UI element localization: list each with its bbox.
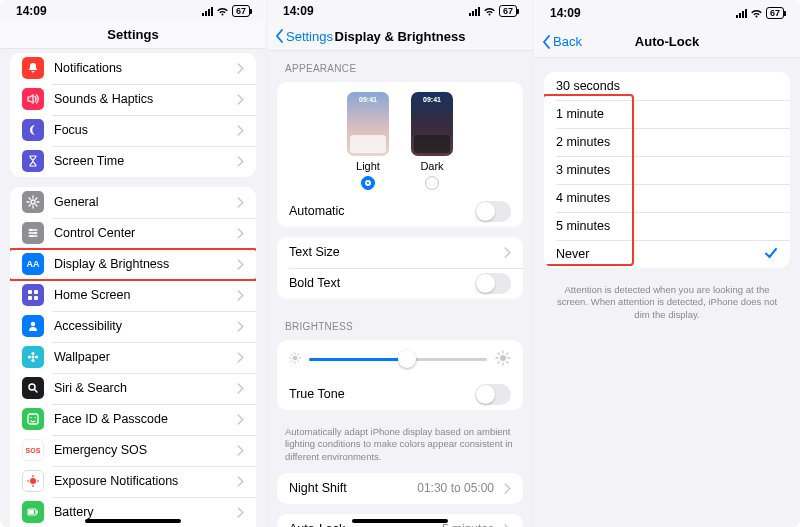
chevron-right-icon bbox=[237, 197, 244, 208]
light-radio[interactable] bbox=[361, 176, 375, 190]
battery-icon: 67 bbox=[499, 5, 517, 17]
chevron-right-icon bbox=[237, 445, 244, 456]
status-bar: 14:09 67 bbox=[0, 0, 266, 22]
chevron-right-icon bbox=[237, 94, 244, 105]
bold-toggle[interactable] bbox=[475, 273, 511, 294]
settings-row-general[interactable]: General bbox=[10, 187, 256, 218]
chevron-right-icon bbox=[237, 290, 244, 301]
night-shift-row[interactable]: Night Shift 01:30 to 05:00 bbox=[277, 473, 523, 504]
row-label: Wallpaper bbox=[54, 350, 227, 364]
chevron-left-icon bbox=[542, 35, 551, 49]
chevron-right-icon bbox=[237, 156, 244, 167]
nav-bar: Settings Display & Brightness bbox=[267, 23, 533, 51]
settings-screen: 14:09 67 Settings NotificationsSounds & … bbox=[0, 0, 266, 527]
option-label: 4 minutes bbox=[556, 191, 778, 205]
sliders-icon bbox=[22, 222, 44, 244]
autolock-option-30-seconds[interactable]: 30 seconds bbox=[544, 72, 790, 100]
brightness-slider-row[interactable] bbox=[277, 340, 523, 379]
true-tone-row[interactable]: True Tone bbox=[277, 379, 523, 410]
moon-icon bbox=[22, 119, 44, 141]
dark-radio[interactable] bbox=[425, 176, 439, 190]
automatic-row[interactable]: Automatic bbox=[277, 196, 523, 227]
cellular-icon bbox=[469, 6, 480, 16]
person-icon bbox=[22, 315, 44, 337]
truetone-toggle[interactable] bbox=[475, 384, 511, 405]
back-button[interactable]: Back bbox=[542, 34, 582, 49]
chevron-right-icon bbox=[237, 352, 244, 363]
page-title: Settings bbox=[0, 27, 266, 42]
row-label: Control Center bbox=[54, 226, 227, 240]
settings-row-control-center[interactable]: Control Center bbox=[10, 218, 256, 249]
settings-row-focus[interactable]: Focus bbox=[10, 115, 256, 146]
settings-row-wallpaper[interactable]: Wallpaper bbox=[10, 342, 256, 373]
wifi-icon bbox=[750, 8, 763, 18]
settings-row-screen-time[interactable]: Screen Time bbox=[10, 146, 256, 177]
chevron-right-icon bbox=[237, 383, 244, 394]
settings-group-2: GeneralControl CenterAADisplay & Brightn… bbox=[10, 187, 256, 527]
row-label: Home Screen bbox=[54, 288, 227, 302]
nav-bar: Back Auto-Lock bbox=[534, 26, 800, 58]
chevron-right-icon bbox=[504, 247, 511, 258]
row-label: Exposure Notifications bbox=[54, 474, 227, 488]
status-bar: 14:09 67 bbox=[534, 0, 800, 26]
text-group: Text Size Bold Text bbox=[277, 237, 523, 299]
settings-row-home-screen[interactable]: Home Screen bbox=[10, 280, 256, 311]
aa-icon: AA bbox=[22, 253, 44, 275]
autolock-option-5-minutes[interactable]: 5 minutes bbox=[544, 212, 790, 240]
option-label: Never bbox=[556, 247, 754, 261]
text-size-row[interactable]: Text Size bbox=[277, 237, 523, 268]
settings-row-notifications[interactable]: Notifications bbox=[10, 53, 256, 84]
row-label: Emergency SOS bbox=[54, 443, 227, 457]
appearance-dark[interactable]: 09:41 Dark bbox=[411, 92, 453, 190]
settings-row-emergency-sos[interactable]: SOSEmergency SOS bbox=[10, 435, 256, 466]
dark-label: Dark bbox=[420, 160, 443, 172]
nav-bar: Settings bbox=[0, 22, 266, 49]
settings-row-face-id-passcode[interactable]: Face ID & Passcode bbox=[10, 404, 256, 435]
gear-icon bbox=[22, 191, 44, 213]
status-time: 14:09 bbox=[550, 6, 581, 20]
autolock-option-2-minutes[interactable]: 2 minutes bbox=[544, 128, 790, 156]
settings-row-exposure-notifications[interactable]: Exposure Notifications bbox=[10, 466, 256, 497]
auto-lock-footer: Attention is detected when you are looki… bbox=[534, 278, 800, 321]
wifi-icon bbox=[483, 6, 496, 16]
sun-big-icon bbox=[495, 350, 511, 369]
chevron-right-icon bbox=[504, 483, 511, 494]
battery-icon: 67 bbox=[232, 5, 250, 17]
option-label: 2 minutes bbox=[556, 135, 778, 149]
settings-row-sounds-haptics[interactable]: Sounds & Haptics bbox=[10, 84, 256, 115]
row-label: Siri & Search bbox=[54, 381, 227, 395]
row-label: Screen Time bbox=[54, 154, 227, 168]
back-label: Settings bbox=[286, 29, 333, 44]
chevron-right-icon bbox=[237, 414, 244, 425]
check-icon bbox=[764, 246, 778, 263]
brightness-slider[interactable] bbox=[309, 358, 487, 361]
autolock-option-never[interactable]: Never bbox=[544, 240, 790, 268]
nightshift-group: Night Shift 01:30 to 05:00 bbox=[277, 473, 523, 504]
virus-icon bbox=[22, 470, 44, 492]
appearance-light[interactable]: 09:41 Light bbox=[347, 92, 389, 190]
appearance-group: 09:41 Light 09:41 Dark Automatic bbox=[277, 82, 523, 227]
settings-row-display-brightness[interactable]: AADisplay & Brightness bbox=[10, 249, 256, 280]
cellular-icon bbox=[202, 6, 213, 16]
status-time: 14:09 bbox=[283, 4, 314, 18]
settings-row-siri-search[interactable]: Siri & Search bbox=[10, 373, 256, 404]
status-bar: 14:09 67 bbox=[267, 0, 533, 23]
home-indicator bbox=[352, 519, 448, 523]
option-label: 1 minute bbox=[556, 107, 778, 121]
chevron-right-icon bbox=[237, 321, 244, 332]
autolock-option-4-minutes[interactable]: 4 minutes bbox=[544, 184, 790, 212]
svg-point-31 bbox=[30, 478, 36, 484]
back-label: Back bbox=[553, 34, 582, 49]
faceid-icon bbox=[22, 408, 44, 430]
chevron-right-icon bbox=[237, 228, 244, 239]
automatic-toggle[interactable] bbox=[475, 201, 511, 222]
back-button[interactable]: Settings bbox=[275, 29, 333, 44]
grid-icon bbox=[22, 284, 44, 306]
settings-row-accessibility[interactable]: Accessibility bbox=[10, 311, 256, 342]
home-indicator bbox=[85, 519, 181, 523]
autolock-option-3-minutes[interactable]: 3 minutes bbox=[544, 156, 790, 184]
hourglass-icon bbox=[22, 150, 44, 172]
autolock-option-1-minute[interactable]: 1 minute bbox=[544, 100, 790, 128]
bold-text-row[interactable]: Bold Text bbox=[277, 268, 523, 299]
option-label: 3 minutes bbox=[556, 163, 778, 177]
